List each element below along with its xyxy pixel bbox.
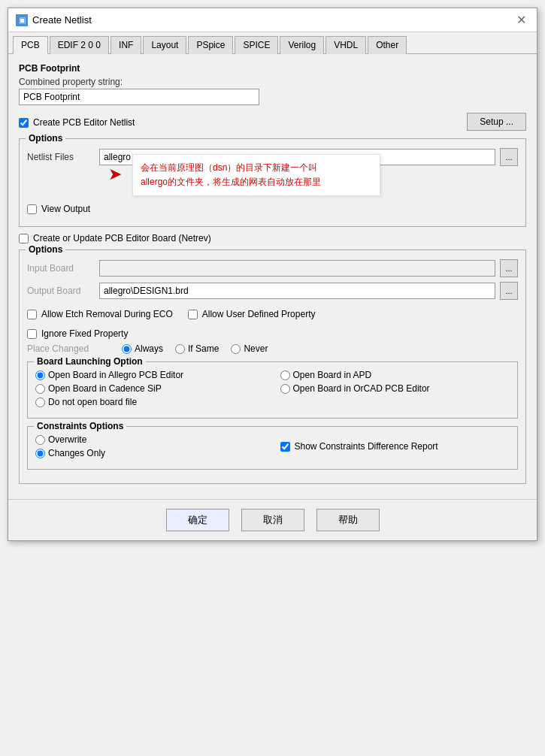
- input-board-input[interactable]: [99, 260, 495, 277]
- allow-user-label: Allow User Defined Property: [202, 309, 316, 319]
- tab-bar: PCB EDIF 2 0 0 INF Layout PSpice SPICE V…: [8, 32, 537, 54]
- red-arrow-icon: ➤: [108, 165, 122, 184]
- board-allegro-radio[interactable]: [35, 370, 45, 380]
- output-board-input[interactable]: [99, 283, 495, 299]
- place-changed-ifsame-label: If Same: [188, 343, 219, 354]
- allow-etch-row: Allow Etch Removal During ECO: [27, 309, 173, 319]
- ignore-fixed-label: Ignore Fixed Property: [41, 328, 128, 339]
- board-launching-options: Open Board in Allegro PCB Editor Open Bo…: [35, 367, 510, 410]
- constraints-overwrite-row: Overwrite: [35, 434, 265, 445]
- tab-edif200[interactable]: EDIF 2 0 0: [50, 36, 109, 54]
- constraints-changesonly-row: Changes Only: [35, 448, 265, 458]
- create-pcb-checkbox[interactable]: [19, 118, 29, 128]
- constraints-overwrite-label: Overwrite: [48, 434, 86, 445]
- tab-inf[interactable]: INF: [111, 36, 141, 54]
- netlist-files-browse-button[interactable]: ...: [500, 148, 518, 166]
- place-changed-row: Place Changed Always If Same Never: [27, 343, 518, 354]
- output-board-row: Output Board ...: [27, 282, 518, 300]
- board-launching-right-col: Open Board in APD Open Board in OrCAD PC…: [280, 367, 510, 410]
- constraints-changesonly-label: Changes Only: [48, 448, 105, 458]
- tab-verilog[interactable]: Verilog: [280, 36, 324, 54]
- constraints-changesonly-radio[interactable]: [35, 449, 45, 458]
- options-group-label: Options: [26, 133, 65, 144]
- place-changed-ifsame-radio[interactable]: [175, 344, 185, 354]
- board-orcad-row: Open Board in OrCAD PCB Editor: [280, 383, 510, 394]
- input-board-browse-button[interactable]: ...: [500, 259, 518, 277]
- create-pcb-checkbox-row: Create PCB Editor Netlist: [19, 117, 135, 128]
- tab-other[interactable]: Other: [368, 36, 407, 54]
- create-update-checkbox[interactable]: [19, 234, 29, 243]
- constraints-group: Constraints Options Overwrite Changes On…: [27, 426, 518, 470]
- board-orcad-label: Open Board in OrCAD PCB Editor: [293, 383, 430, 394]
- netlist-files-section: Netlist Files ... ➤ 会在当前原理图（dsn）的目录下新建一个…: [27, 148, 518, 166]
- create-update-label: Create or Update PCB Editor Board (Netre…: [33, 233, 211, 243]
- board-allegro-label: Open Board in Allegro PCB Editor: [48, 370, 183, 380]
- create-update-checkbox-row: Create or Update PCB Editor Board (Netre…: [19, 233, 526, 243]
- place-changed-always: Always: [122, 343, 163, 354]
- close-button[interactable]: ✕: [513, 13, 529, 27]
- inner-options-group: Options Input Board ... Output Board ...…: [19, 249, 526, 484]
- board-apd-radio[interactable]: [280, 370, 290, 380]
- title-bar: ▣ Create Netlist ✕: [8, 8, 537, 32]
- input-board-label: Input Board: [27, 263, 95, 274]
- netlist-files-label: Netlist Files: [27, 152, 95, 162]
- tab-layout[interactable]: Layout: [143, 36, 186, 54]
- window-title: Create Netlist: [32, 14, 92, 26]
- board-cadence-radio[interactable]: [35, 384, 45, 394]
- input-board-row: Input Board ...: [27, 259, 518, 277]
- cancel-button[interactable]: 取消: [241, 509, 304, 531]
- combined-property-input[interactable]: [19, 89, 259, 105]
- tab-pcb[interactable]: PCB: [13, 36, 48, 54]
- ignore-fixed-row: Ignore Fixed Property: [27, 328, 518, 339]
- constraints-left-col: Overwrite Changes Only: [35, 431, 265, 461]
- board-allegro-row: Open Board in Allegro PCB Editor: [35, 370, 265, 380]
- pcb-footprint-title: PCB Footprint: [19, 63, 526, 74]
- ignore-fixed-checkbox[interactable]: [27, 329, 37, 339]
- board-orcad-radio[interactable]: [280, 384, 290, 394]
- place-changed-always-radio[interactable]: [122, 344, 132, 354]
- setup-button[interactable]: Setup ...: [467, 113, 526, 131]
- view-output-checkbox[interactable]: [27, 204, 37, 214]
- allow-etch-label: Allow Etch Removal During ECO: [41, 309, 173, 319]
- constraints-overwrite-radio[interactable]: [35, 435, 45, 445]
- place-changed-always-label: Always: [135, 343, 163, 354]
- bottom-bar: 确定 取消 帮助: [8, 499, 537, 540]
- output-board-browse-button[interactable]: ...: [500, 282, 518, 300]
- view-output-row: View Output: [27, 204, 518, 214]
- board-launching-label: Board Launching Option: [34, 356, 146, 367]
- allow-user-checkbox[interactable]: [188, 310, 198, 319]
- tab-pspice[interactable]: PSpice: [188, 36, 233, 54]
- output-board-label: Output Board: [27, 286, 95, 296]
- board-donotopen-label: Do not open board file: [48, 397, 137, 407]
- board-donotopen-radio[interactable]: [35, 398, 45, 407]
- board-apd-row: Open Board in APD: [280, 370, 510, 380]
- board-donotopen-row: Do not open board file: [35, 397, 265, 407]
- show-constraints-row: Show Constraints Difference Report: [280, 441, 438, 452]
- place-changed-radio-group: Always If Same Never: [122, 343, 268, 354]
- board-cadence-row: Open Board in Cadence SiP: [35, 383, 265, 394]
- window-icon: ▣: [16, 14, 28, 26]
- main-window: ▣ Create Netlist ✕ PCB EDIF 2 0 0 INF La…: [8, 8, 537, 541]
- help-button[interactable]: 帮助: [316, 509, 380, 531]
- view-output-checkbox-row: View Output: [27, 204, 518, 214]
- place-changed-label: Place Changed: [27, 343, 117, 354]
- content-area: PCB Footprint Combined property string: …: [8, 54, 537, 499]
- board-apd-label: Open Board in APD: [293, 370, 372, 380]
- title-bar-left: ▣ Create Netlist: [16, 14, 92, 26]
- allow-checkboxes-row: Allow Etch Removal During ECO Allow User…: [27, 304, 518, 324]
- ok-button[interactable]: 确定: [166, 509, 229, 531]
- place-changed-never-label: Never: [244, 343, 268, 354]
- constraints-right-col: Show Constraints Difference Report: [280, 431, 510, 461]
- view-output-label: View Output: [41, 204, 90, 214]
- pcb-footprint-section: PCB Footprint Combined property string:: [19, 63, 526, 105]
- create-pcb-row: Create PCB Editor Netlist Setup ...: [19, 113, 526, 132]
- tab-vhdl[interactable]: VHDL: [325, 36, 366, 54]
- inner-options-label: Options: [26, 244, 65, 255]
- create-pcb-label: Create PCB Editor Netlist: [33, 117, 135, 128]
- tab-spice[interactable]: SPICE: [235, 36, 278, 54]
- board-launching-left-col: Open Board in Allegro PCB Editor Open Bo…: [35, 367, 265, 410]
- show-constraints-checkbox[interactable]: [280, 442, 290, 452]
- place-changed-ifsame: If Same: [175, 343, 219, 354]
- allow-etch-checkbox[interactable]: [27, 310, 37, 319]
- place-changed-never-radio[interactable]: [231, 344, 241, 354]
